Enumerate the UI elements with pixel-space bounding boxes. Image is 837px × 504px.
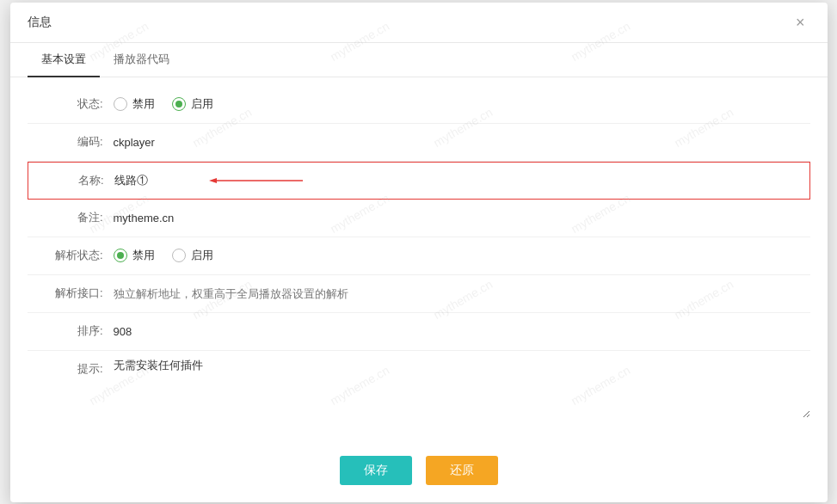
content-sort (114, 325, 810, 338)
form-row-tip: 提示: 无需安装任何插件 (28, 351, 810, 425)
tab-basic-settings[interactable]: 基本设置 (28, 43, 100, 77)
tab-player-code[interactable]: 播放器代码 (100, 43, 183, 77)
tab-bar: 基本设置 播放器代码 (10, 43, 828, 77)
content-tip: 无需安装任何插件 (114, 358, 810, 418)
input-parse-api[interactable] (114, 287, 810, 300)
radio-circle-parse-disable (114, 249, 127, 262)
dialog-title: 信息 (28, 15, 52, 30)
content-name (114, 174, 809, 187)
label-tip: 提示: (28, 358, 114, 377)
content-parse-api (114, 287, 810, 300)
label-code: 编码: (28, 134, 114, 150)
reset-button[interactable]: 还原 (426, 456, 498, 485)
content-status: 禁用 启用 (114, 96, 810, 112)
dialog-header: 信息 × (10, 3, 828, 43)
form-row-parse-status: 解析状态: 禁用 启用 (28, 237, 810, 275)
label-remark: 备注: (28, 210, 114, 225)
radio-enable[interactable]: 启用 (172, 96, 213, 112)
row-wrapper-name: 名称: (28, 162, 810, 200)
radio-parse-enable[interactable]: 启用 (172, 248, 213, 263)
radio-group-parse: 禁用 启用 (114, 248, 213, 263)
radio-circle-enable (172, 97, 186, 111)
form-row-sort: 排序: (28, 313, 810, 351)
input-remark[interactable] (114, 212, 810, 224)
save-button[interactable]: 保存 (340, 456, 412, 485)
input-sort[interactable] (114, 325, 810, 338)
radio-parse-disable[interactable]: 禁用 (114, 248, 155, 263)
label-parse-api: 解析接口: (28, 286, 114, 301)
radio-label-enable: 启用 (191, 96, 213, 112)
form-row-name: 名称: (28, 162, 810, 200)
radio-label-disable: 禁用 (132, 96, 155, 112)
content-code (114, 136, 810, 149)
dialog-footer: 保存 还原 (10, 442, 828, 502)
radio-label-parse-disable: 禁用 (132, 248, 155, 263)
input-name[interactable] (114, 174, 809, 187)
form-row-remark: 备注: (28, 200, 810, 237)
radio-label-parse-enable: 启用 (191, 248, 213, 263)
label-parse-status: 解析状态: (28, 248, 114, 263)
radio-circle-disable (114, 97, 127, 111)
form-row-parse-api: 解析接口: (28, 275, 810, 313)
close-button[interactable]: × (791, 13, 810, 32)
label-name: 名称: (28, 173, 114, 188)
form-row-status: 状态: 禁用 启用 (28, 86, 810, 124)
content-parse-status: 禁用 启用 (114, 248, 810, 263)
input-code[interactable] (114, 136, 810, 149)
form-body: 状态: 禁用 启用 编码: (10, 77, 828, 442)
label-sort: 排序: (28, 323, 114, 339)
dialog: 信息 × 基本设置 播放器代码 状态: 禁用 启用 (10, 3, 828, 502)
radio-circle-parse-enable (172, 249, 186, 262)
form-row-code: 编码: (28, 124, 810, 162)
content-remark (114, 212, 810, 224)
label-status: 状态: (28, 96, 114, 112)
radio-group-status: 禁用 启用 (114, 96, 213, 112)
textarea-tip[interactable]: 无需安装任何插件 (114, 358, 810, 418)
radio-disable[interactable]: 禁用 (114, 96, 155, 112)
